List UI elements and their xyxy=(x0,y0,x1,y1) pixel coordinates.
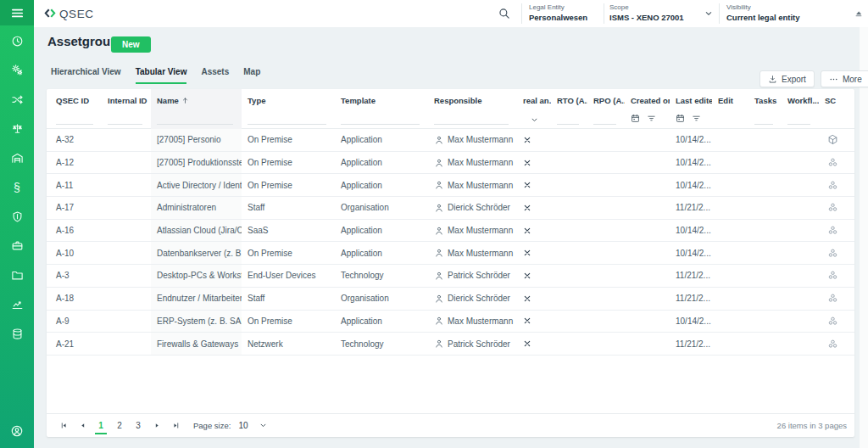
filter-input[interactable] xyxy=(341,124,420,125)
sidebar-item-folder[interactable] xyxy=(0,260,34,290)
menu-button[interactable] xyxy=(0,0,34,25)
column-header-workfl[interactable]: Workfl... xyxy=(782,89,819,111)
table-row[interactable]: A-12[27005] Produktionssteu...On Premise… xyxy=(47,152,854,175)
calendar-icon[interactable] xyxy=(631,114,640,123)
scope-caret-icon[interactable] xyxy=(704,9,713,18)
table-row[interactable]: A-21Firewalls & GatewaysNetzwerkTechnolo… xyxy=(47,333,854,356)
sidebar-item-clock[interactable] xyxy=(0,26,34,56)
column-header-created-on[interactable]: Created on xyxy=(625,89,670,111)
visibility-eject-icon[interactable] xyxy=(854,9,863,18)
legal-entity-selector[interactable]: Legal Entity Personalwesen xyxy=(529,3,587,23)
cluster-icon[interactable] xyxy=(827,339,838,350)
cell-type-text: End-User Devices xyxy=(248,271,316,280)
column-header-internal-id[interactable]: Internal ID xyxy=(102,89,151,111)
column-header-rto-a[interactable]: RTO (A... xyxy=(551,89,587,111)
filter-input[interactable] xyxy=(248,124,326,125)
column-header-last-edited[interactable]: Last edited xyxy=(670,89,712,111)
column-header-qsec-id[interactable]: QSEC ID xyxy=(47,89,102,111)
column-header-edit[interactable]: Edit xyxy=(712,89,748,111)
tab-assets[interactable]: Assets xyxy=(201,67,229,84)
person-icon xyxy=(434,294,444,304)
table-row[interactable]: A-10Datenbankserver (z. B. M...On Premis… xyxy=(47,242,854,265)
database-icon xyxy=(11,328,24,340)
filter-input[interactable] xyxy=(434,124,509,125)
sidebar-item-chart[interactable] xyxy=(0,290,34,320)
cluster-icon[interactable] xyxy=(827,270,838,281)
filter-input[interactable] xyxy=(157,124,233,125)
filter-cell-rto-a xyxy=(551,111,587,129)
sidebar-item-shield[interactable] xyxy=(0,202,34,232)
page-number-2[interactable]: 2 xyxy=(110,414,129,438)
cluster-icon[interactable] xyxy=(827,225,838,236)
search-icon[interactable] xyxy=(498,7,510,20)
caret-down-icon[interactable] xyxy=(531,116,538,124)
sidebar-item-shuffle[interactable] xyxy=(0,85,34,115)
table-row[interactable]: A-32[27005] PersonioOn PremiseApplicatio… xyxy=(47,129,854,152)
table-row[interactable]: A-16Atlassian Cloud (Jira/Con...SaaSAppl… xyxy=(47,220,854,243)
column-label: real an... xyxy=(523,96,551,105)
cube-icon[interactable] xyxy=(827,134,838,145)
column-header-rpo-a[interactable]: RPO (A... xyxy=(587,89,625,111)
sidebar-item-warehouse[interactable] xyxy=(0,143,34,173)
filter-input[interactable] xyxy=(557,124,579,125)
cell-real-analysis xyxy=(517,152,551,174)
funnel-icon[interactable] xyxy=(647,114,656,123)
column-header-sc[interactable]: SC xyxy=(819,89,854,111)
column-header-responsible[interactable]: Responsible xyxy=(428,89,517,111)
cluster-icon[interactable] xyxy=(827,293,838,304)
table-row[interactable]: A-17AdministratorenStaffOrganisationDier… xyxy=(47,197,854,220)
sidebar-item-database[interactable] xyxy=(0,319,34,349)
calendar-icon[interactable] xyxy=(676,114,685,123)
scope-selector[interactable]: Scope ISMS - XENO 27001 xyxy=(609,3,684,23)
next-page-icon xyxy=(153,422,161,429)
cell-qsec-id: A-10 xyxy=(47,242,102,264)
visibility-selector[interactable]: Visibility Current legal entity xyxy=(726,3,800,23)
sidebar-item-gears[interactable] xyxy=(0,56,34,86)
scope-value: ISMS - XENO 27001 xyxy=(609,12,684,23)
column-header-real-an[interactable]: real an... xyxy=(517,89,551,111)
table-row[interactable]: A-18Endnutzer / MitarbeitendeStaffOrgani… xyxy=(47,288,854,311)
sidebar-item-paragraph[interactable]: § xyxy=(0,173,34,203)
cluster-icon[interactable] xyxy=(827,157,838,168)
filter-input[interactable] xyxy=(787,124,810,125)
tab-map[interactable]: Map xyxy=(243,67,260,84)
column-header-name[interactable]: Name xyxy=(151,89,242,111)
export-button[interactable]: Export xyxy=(760,70,815,87)
next-page-button[interactable] xyxy=(147,414,166,438)
page-size-value[interactable]: 10 xyxy=(238,421,248,430)
funnel-icon[interactable] xyxy=(692,114,701,123)
table-row[interactable]: A-9ERP-System (z. B. SAP)On PremiseAppli… xyxy=(47,311,854,333)
filter-input[interactable] xyxy=(593,124,616,125)
sidebar-item-user[interactable] xyxy=(0,421,34,441)
filter-input[interactable] xyxy=(754,124,773,125)
cluster-icon[interactable] xyxy=(827,180,838,191)
sidebar-item-scales[interactable] xyxy=(0,115,34,144)
first-page-button[interactable] xyxy=(54,414,73,438)
tab-tabular-view[interactable]: Tabular View xyxy=(136,67,187,84)
page-size-caret-icon[interactable] xyxy=(259,422,267,429)
sidebar-item-briefcase[interactable] xyxy=(0,232,34,261)
cell-workflow xyxy=(782,265,819,287)
page-number-3[interactable]: 3 xyxy=(129,414,147,438)
page-number-1[interactable]: 1 xyxy=(92,414,110,438)
filter-input[interactable] xyxy=(56,124,93,125)
cluster-icon[interactable] xyxy=(827,248,838,259)
cluster-icon[interactable] xyxy=(827,202,838,213)
filter-input[interactable] xyxy=(108,124,142,125)
scrollbar-track[interactable] xyxy=(860,27,868,448)
column-header-tasks[interactable]: Tasks xyxy=(748,89,782,111)
cluster-icon[interactable] xyxy=(827,316,838,327)
filter-cell-responsible xyxy=(428,111,517,129)
tab-hierarchical-view[interactable]: Hierarchical View xyxy=(51,67,121,84)
cell-created-on xyxy=(625,311,670,333)
last-page-button[interactable] xyxy=(166,414,185,438)
prev-page-button[interactable] xyxy=(73,414,92,438)
column-header-type[interactable]: Type xyxy=(242,89,335,111)
table-row[interactable]: A-11Active Directory / Identity...On Pre… xyxy=(47,174,854,197)
new-button[interactable]: New xyxy=(111,36,151,53)
table-row[interactable]: A-3Desktop-PCs & Workstati...End-User De… xyxy=(47,265,854,288)
column-header-template[interactable]: Template xyxy=(335,89,428,111)
more-button[interactable]: More xyxy=(821,70,868,87)
cell-internal-id xyxy=(102,129,151,151)
app-logo[interactable]: QSEC xyxy=(44,0,94,27)
